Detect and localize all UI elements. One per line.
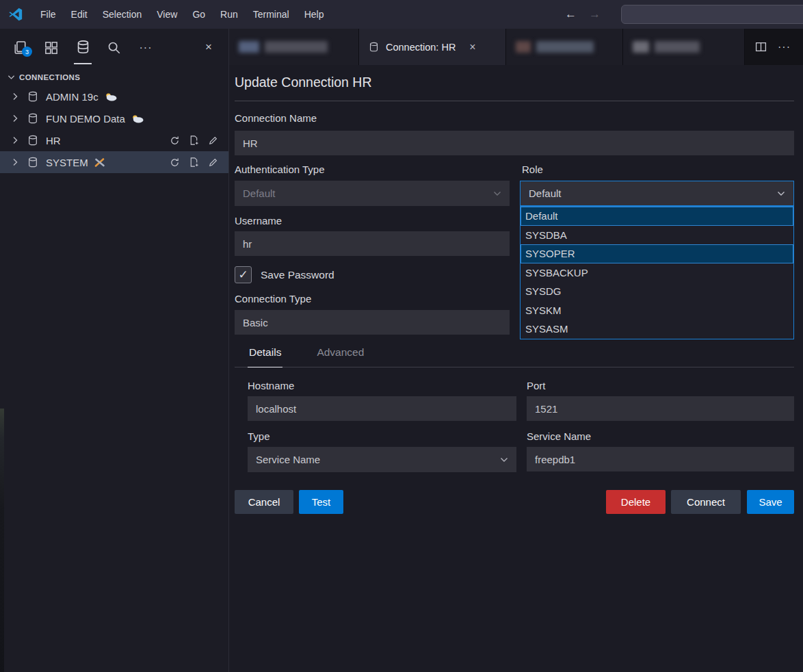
update-connection-form: Update Connection HR Connection Name Aut… — [229, 65, 803, 672]
connect-button[interactable]: Connect — [671, 490, 741, 514]
chevron-right-icon[interactable] — [12, 92, 18, 101]
role-option-sysoper[interactable]: SYSOPER — [521, 244, 793, 263]
authentication-type-select[interactable]: Default — [235, 181, 510, 206]
menu-run[interactable]: Run — [213, 0, 246, 29]
redacted-text — [655, 41, 700, 53]
database-icon — [27, 157, 38, 168]
menu-go[interactable]: Go — [185, 0, 213, 29]
redacted-text — [633, 41, 649, 53]
test-button[interactable]: Test — [299, 490, 343, 514]
role-option-sysasm[interactable]: SYSASM — [521, 320, 793, 339]
refresh-icon[interactable] — [170, 157, 180, 168]
connection-item-hr[interactable]: HR — [0, 129, 228, 151]
more-actions-icon[interactable]: ··· — [137, 29, 155, 64]
role-select[interactable]: Default — [520, 181, 794, 206]
redacted-text — [516, 41, 531, 53]
new-file-icon[interactable] — [189, 135, 199, 146]
connection-name-input[interactable] — [235, 131, 794, 155]
menu-file[interactable]: File — [33, 0, 64, 29]
connection-item-system[interactable]: SYSTEM — [0, 151, 228, 173]
hostname-input[interactable] — [248, 396, 516, 421]
layout-grid-icon[interactable] — [42, 29, 60, 64]
menu-terminal[interactable]: Terminal — [246, 0, 297, 29]
refresh-icon[interactable] — [170, 135, 180, 146]
connection-item-admin19c[interactable]: ADMIN 19c — [0, 86, 228, 107]
check-icon: ✓ — [238, 268, 248, 282]
back-arrow-icon[interactable]: ← — [565, 8, 577, 21]
menu-help[interactable]: Help — [297, 0, 332, 29]
chevron-down-icon — [493, 191, 501, 196]
chevron-right-icon[interactable] — [12, 158, 18, 166]
tab-connection-hr[interactable]: Connection: HR × — [359, 29, 506, 65]
database-explorer-icon[interactable] — [74, 29, 92, 64]
connection-item-fun-demo-data[interactable]: FUN DEMO Data — [0, 107, 228, 129]
cancel-button[interactable]: Cancel — [235, 490, 293, 514]
close-tab-icon[interactable]: × — [469, 41, 475, 53]
new-file-icon[interactable] — [189, 157, 199, 168]
editor-tabbar: Connection: HR × ··· — [229, 29, 803, 65]
tools-icon — [94, 158, 105, 167]
port-label: Port — [527, 380, 546, 391]
menu-selection[interactable]: Selection — [95, 0, 150, 29]
role-option-syskm[interactable]: SYSKM — [521, 301, 793, 320]
connection-label: FUN DEMO Data — [46, 113, 125, 125]
role-option-sysbackup[interactable]: SYSBACKUP — [521, 263, 793, 283]
database-icon — [369, 42, 379, 52]
chevron-right-icon[interactable] — [12, 136, 18, 144]
connection-label: HR — [46, 135, 61, 146]
save-button[interactable]: Save — [747, 490, 794, 514]
chevron-down-icon — [777, 191, 785, 196]
connection-type-input[interactable] — [235, 310, 510, 335]
save-password-label: Save Password — [261, 269, 334, 281]
redacted-tab-3[interactable] — [623, 29, 745, 65]
selected-value: Service Name — [256, 454, 320, 465]
type-label: Type — [248, 430, 270, 442]
authentication-type-label: Authentication Type — [235, 164, 324, 175]
connections-section-header[interactable]: CONNECTIONS — [0, 65, 228, 86]
command-center-searchbox[interactable] — [621, 5, 803, 24]
redacted-text — [536, 41, 594, 53]
connection-name-label: Connection Name — [235, 112, 317, 124]
split-editor-icon[interactable] — [755, 41, 767, 53]
role-option-default[interactable]: Default — [521, 207, 793, 226]
activity-bar: 3 ··· × — [0, 29, 228, 65]
cloud-icon — [131, 114, 144, 123]
divider — [235, 101, 794, 101]
database-icon — [27, 135, 38, 146]
redacted-text — [265, 41, 328, 53]
tab-label: Connection: HR — [386, 42, 456, 53]
menu-view[interactable]: View — [149, 0, 185, 29]
forward-arrow-icon[interactable]: → — [589, 8, 601, 21]
edit-pencil-icon[interactable] — [208, 135, 218, 146]
delete-button[interactable]: Delete — [606, 490, 666, 514]
tab-advanced[interactable]: Advanced — [315, 344, 365, 367]
role-label: Role — [522, 164, 543, 175]
more-actions-icon[interactable]: ··· — [778, 41, 791, 53]
service-name-input[interactable] — [527, 447, 794, 471]
save-password-checkbox[interactable]: ✓ — [235, 266, 252, 283]
edit-pencil-icon[interactable] — [208, 157, 218, 168]
role-option-sysdg[interactable]: SYSDG — [521, 282, 793, 301]
chevron-down-icon — [500, 457, 508, 463]
redacted-tab-1[interactable] — [229, 29, 359, 65]
database-icon — [27, 91, 38, 102]
chevron-right-icon[interactable] — [12, 114, 18, 122]
connection-type-label: Connection Type — [235, 293, 311, 305]
search-icon[interactable] — [105, 29, 123, 64]
connections-header-label: CONNECTIONS — [19, 73, 80, 81]
copy-pages-icon[interactable]: 3 — [11, 29, 29, 64]
port-input[interactable] — [527, 396, 794, 421]
vscode-logo-icon — [8, 7, 23, 22]
redacted-tab-2[interactable] — [506, 29, 623, 65]
role-option-sysdba[interactable]: SYSDBA — [521, 226, 793, 245]
tab-details[interactable]: Details — [248, 344, 282, 367]
cloud-icon — [105, 92, 117, 101]
menu-edit[interactable]: Edit — [64, 0, 95, 29]
window-edge-strip — [0, 409, 4, 672]
titlebar: File Edit Selection View Go Run Terminal… — [0, 0, 803, 29]
service-name-label: Service Name — [527, 430, 591, 442]
username-input[interactable] — [235, 231, 510, 256]
type-select[interactable]: Service Name — [248, 447, 516, 472]
selected-value: Default — [529, 188, 562, 199]
close-panel-icon[interactable]: × — [205, 40, 212, 54]
